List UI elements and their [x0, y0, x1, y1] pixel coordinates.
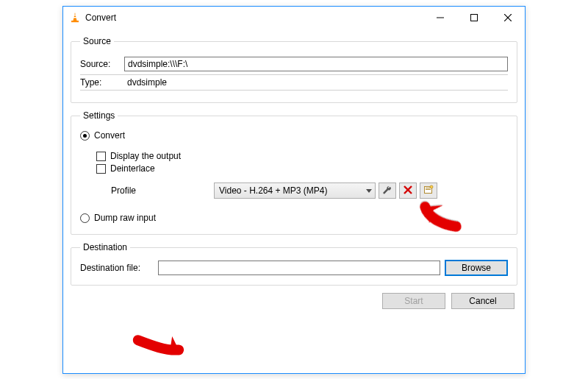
- dump-raw-radio-input[interactable]: [80, 213, 90, 223]
- dump-raw-label: Dump raw input: [94, 213, 156, 223]
- window-title: Convert: [85, 13, 116, 23]
- destination-group: Destination Destination file: Browse: [71, 242, 517, 286]
- dialog-footer: Start Cancel: [71, 293, 517, 309]
- display-output-label: Display the output: [110, 151, 181, 161]
- x-icon: [404, 185, 412, 196]
- maximize-button[interactable]: [457, 7, 491, 29]
- wrench-icon: [382, 185, 392, 197]
- svg-rect-1: [74, 15, 76, 15]
- delete-profile-button[interactable]: [399, 183, 417, 199]
- new-profile-button[interactable]: [420, 183, 437, 199]
- vlc-cone-icon: [69, 12, 81, 24]
- window-controls: [423, 7, 525, 29]
- source-group: Source Source: Type: dvdsimple: [71, 36, 517, 103]
- profile-value: Video - H.264 + MP3 (MP4): [219, 185, 328, 196]
- start-button[interactable]: Start: [382, 293, 445, 309]
- svg-marker-0: [74, 13, 77, 21]
- profile-combobox[interactable]: Video - H.264 + MP3 (MP4): [214, 183, 376, 199]
- svg-rect-3: [71, 21, 79, 22]
- minimize-button[interactable]: [423, 7, 457, 29]
- destination-file-label: Destination file:: [80, 263, 154, 273]
- display-output-checkbox-input[interactable]: [96, 152, 106, 161]
- deinterlace-checkbox[interactable]: Deinterlace: [96, 163, 508, 174]
- svg-rect-2: [74, 17, 77, 18]
- source-label: Source:: [80, 59, 124, 69]
- edit-profile-button[interactable]: [379, 183, 396, 199]
- type-value: dvdsimple: [124, 77, 167, 88]
- new-profile-icon: [423, 185, 434, 197]
- chevron-down-icon: [366, 185, 372, 196]
- convert-radio-label: Convert: [94, 130, 125, 141]
- type-label: Type:: [80, 77, 124, 88]
- cancel-button[interactable]: Cancel: [451, 293, 514, 309]
- close-button[interactable]: [491, 7, 525, 29]
- source-input[interactable]: [124, 57, 508, 71]
- convert-radio[interactable]: Convert: [80, 130, 508, 141]
- settings-legend: Settings: [80, 110, 118, 121]
- svg-marker-8: [366, 189, 372, 193]
- convert-radio-input[interactable]: [80, 131, 90, 141]
- svg-rect-13: [426, 189, 431, 190]
- svg-point-14: [430, 185, 433, 188]
- display-output-checkbox[interactable]: Display the output: [96, 151, 508, 161]
- deinterlace-checkbox-input[interactable]: [96, 164, 106, 174]
- dump-raw-radio[interactable]: Dump raw input: [80, 213, 508, 223]
- titlebar: Convert: [63, 7, 525, 29]
- deinterlace-label: Deinterlace: [110, 163, 155, 174]
- svg-rect-5: [471, 15, 478, 21]
- settings-group: Settings Convert Display the output Dein…: [71, 110, 517, 235]
- profile-label: Profile: [111, 185, 170, 196]
- browse-button[interactable]: Browse: [445, 260, 508, 276]
- source-legend: Source: [80, 36, 114, 46]
- destination-file-input[interactable]: [158, 261, 440, 275]
- destination-legend: Destination: [80, 242, 130, 252]
- convert-dialog: Convert Source Source:: [62, 6, 526, 374]
